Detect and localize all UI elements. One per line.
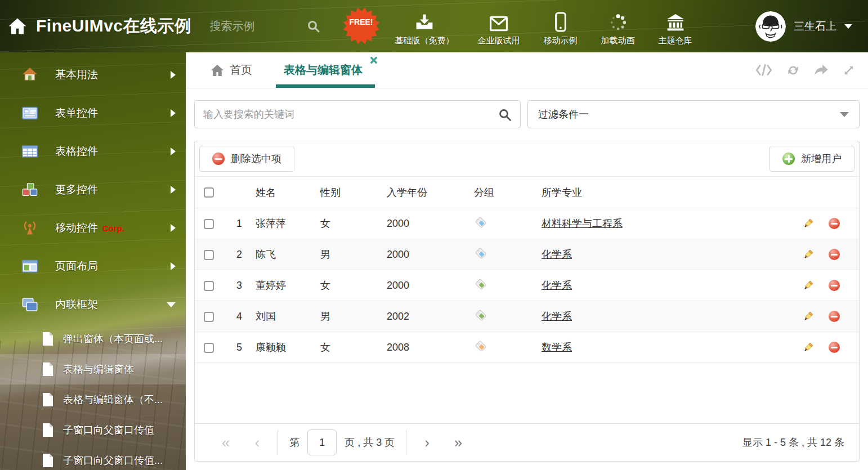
search-icon[interactable] <box>498 108 512 124</box>
layout-icon <box>21 258 38 275</box>
free-badge-label: FREE! <box>343 17 380 26</box>
record-count-summary: 显示 1 - 5 条 , 共 12 条 <box>742 436 844 449</box>
column-header-major[interactable]: 所学专业 <box>542 186 793 199</box>
nav-item-loading-animation[interactable]: 加载动画 <box>589 6 647 46</box>
table-icon <box>21 143 38 160</box>
home-icon[interactable] <box>8 17 27 35</box>
last-page-button[interactable]: » <box>442 435 475 450</box>
filter-dropdown[interactable]: 过滤条件一 <box>527 100 860 128</box>
submenu-item-popup-window[interactable]: 弹出窗体（本页面或... <box>0 324 186 354</box>
header-search-input[interactable] <box>210 20 294 33</box>
edit-icon[interactable] <box>802 218 814 230</box>
antenna-icon <box>21 220 38 236</box>
sidebar-item-basic-usage[interactable]: 基本用法 <box>0 56 186 94</box>
table-row: 3 董婷婷 女 2000 化学系 <box>195 270 859 301</box>
sidebar-item-form-controls[interactable]: 表单控件 <box>0 94 186 132</box>
nav-item-mobile-demo[interactable]: 移动示例 <box>532 6 589 46</box>
tab-grid-edit-window[interactable]: 表格与编辑窗体 <box>276 52 378 88</box>
first-page-button[interactable]: « <box>209 435 242 450</box>
row-checkbox[interactable] <box>204 250 214 260</box>
plus-circle-icon <box>782 153 795 165</box>
cell-name: 张萍萍 <box>256 217 320 230</box>
row-checkbox[interactable] <box>204 312 214 322</box>
filter-row: 过滤条件一 <box>194 100 860 128</box>
nav-label: 主题仓库 <box>659 35 692 46</box>
delete-icon[interactable] <box>829 249 840 260</box>
major-link[interactable]: 数学系 <box>542 342 572 353</box>
row-number: 2 <box>223 249 256 261</box>
column-header-year[interactable]: 入学年份 <box>387 186 474 199</box>
delete-icon[interactable] <box>829 311 840 322</box>
cell-name: 康颖颖 <box>256 341 320 354</box>
refresh-icon[interactable] <box>786 63 800 78</box>
add-user-button[interactable]: 新增用户 <box>769 146 854 172</box>
page-suffix-label: 页 , 共 3 页 <box>339 436 400 449</box>
major-link[interactable]: 化学系 <box>542 311 572 322</box>
source-code-icon[interactable] <box>755 64 772 77</box>
search-icon[interactable] <box>307 20 320 33</box>
share-icon[interactable] <box>814 64 829 77</box>
sidebar-submenu: 弹出窗体（本页面或... 表格与编辑窗体 表格与编辑窗体（不... 子窗口向父窗… <box>0 324 186 470</box>
column-header-group[interactable]: 分组 <box>474 186 542 199</box>
sidebar-item-grid-controls[interactable]: 表格控件 <box>0 132 186 171</box>
divider <box>278 430 278 455</box>
tab-home[interactable]: 首页 <box>203 52 260 88</box>
nav-label: 移动示例 <box>544 35 578 46</box>
sidebar-item-inline-frame[interactable]: 内联框架 <box>0 285 186 324</box>
prev-page-button[interactable]: ‹ <box>242 435 272 450</box>
cell-name: 刘国 <box>256 310 320 323</box>
submenu-item-grid-edit-window-2[interactable]: 表格与编辑窗体（不... <box>0 384 186 415</box>
edit-icon[interactable] <box>802 342 814 353</box>
submenu-item-child-to-parent[interactable]: 子窗口向父窗口传值 <box>0 415 186 445</box>
cell-name: 陈飞 <box>256 248 320 261</box>
row-checkbox[interactable] <box>204 343 214 353</box>
minus-circle-icon <box>212 153 225 165</box>
file-icon <box>42 392 54 407</box>
tab-label: 表格与编辑窗体 <box>284 62 363 78</box>
row-checkbox[interactable] <box>204 281 214 291</box>
submenu-item-label: 子窗口向父窗口传值 <box>63 423 154 437</box>
edit-icon[interactable] <box>802 249 814 261</box>
file-icon <box>42 362 54 377</box>
major-link[interactable]: 化学系 <box>542 280 572 291</box>
nav-item-basic-edition[interactable]: 基础版（免费） <box>383 6 466 46</box>
chevron-right-icon <box>171 109 176 117</box>
main-content: 首页 表格与编辑窗体 <box>186 52 868 470</box>
row-number: 4 <box>223 311 256 323</box>
delete-icon[interactable] <box>829 342 840 353</box>
pagination-bar: « ‹ 第 页 , 共 3 页 › » 显示 1 - 5 条 , 共 12 条 <box>195 423 859 461</box>
edit-icon[interactable] <box>802 280 814 292</box>
file-icon <box>42 453 54 468</box>
major-link[interactable]: 材料科学与工程系 <box>542 218 623 229</box>
sidebar-item-page-layout[interactable]: 页面布局 <box>0 247 186 285</box>
column-header-gender[interactable]: 性别 <box>320 186 387 199</box>
submenu-item-label: 表格与编辑窗体（不... <box>63 393 163 406</box>
sidebar-item-mobile-controls[interactable]: 移动控件 Corp. <box>0 209 186 247</box>
envelope-icon <box>489 12 508 32</box>
cell-gender: 女 <box>320 341 387 354</box>
row-checkbox[interactable] <box>204 219 214 229</box>
tag-icon <box>474 339 487 353</box>
bank-icon <box>665 12 686 32</box>
page-number-input[interactable] <box>307 429 337 455</box>
keyword-search-input[interactable] <box>195 101 520 128</box>
edit-icon[interactable] <box>802 311 814 323</box>
delete-icon[interactable] <box>829 218 840 229</box>
user-menu[interactable]: 三生石上 <box>755 11 868 42</box>
select-all-checkbox[interactable] <box>204 187 214 198</box>
delete-icon[interactable] <box>829 280 840 291</box>
close-icon[interactable] <box>370 57 377 64</box>
next-page-button[interactable]: › <box>412 435 442 450</box>
filter-dropdown-value: 过滤条件一 <box>538 108 589 121</box>
submenu-item-grid-edit-window[interactable]: 表格与编辑窗体 <box>0 354 186 384</box>
column-header-name[interactable]: 姓名 <box>256 186 320 199</box>
nav-item-theme-repo[interactable]: 主题仓库 <box>647 6 704 46</box>
delete-selected-button[interactable]: 删除选中项 <box>199 146 294 172</box>
table-row: 4 刘国 男 2002 化学系 <box>195 301 859 332</box>
spinner-icon <box>609 12 628 32</box>
submenu-item-child-to-parent-2[interactable]: 子窗口向父窗口传值... <box>0 445 186 470</box>
major-link[interactable]: 化学系 <box>542 249 572 260</box>
expand-icon[interactable] <box>842 64 856 77</box>
sidebar-item-more-controls[interactable]: 更多控件 <box>0 171 186 209</box>
nav-item-enterprise-trial[interactable]: 企业版试用 <box>466 6 532 46</box>
